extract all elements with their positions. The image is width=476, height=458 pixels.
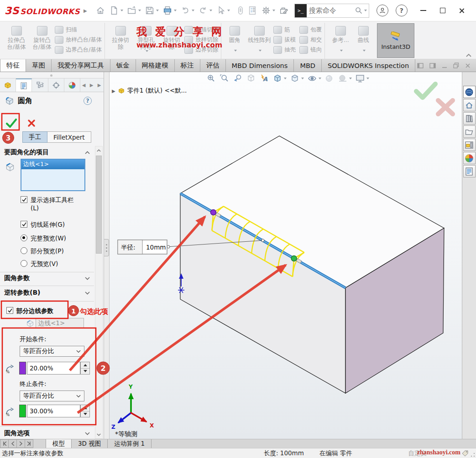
sweep-button[interactable]: 扫描: [55, 26, 102, 34]
tab-scroll-left[interactable]: [8, 439, 17, 448]
start-percent-input[interactable]: [27, 362, 80, 375]
pane-close-icon[interactable]: [465, 63, 471, 68]
scroll-up-icon[interactable]: [95, 146, 102, 154]
tab-markup[interactable]: 标注: [175, 59, 200, 72]
filletxpert-mode-tab[interactable]: FilletXpert: [47, 131, 91, 143]
spinner-down-icon[interactable]: [81, 369, 89, 375]
tab-share-tools[interactable]: 我爱分享网工具: [52, 59, 110, 72]
select-dropdown-caret[interactable]: [227, 10, 230, 11]
model-tab[interactable]: 模型: [46, 439, 72, 448]
home-tab[interactable]: [463, 99, 476, 111]
panel-viewport-splitter[interactable]: [104, 72, 110, 439]
pane-minimize-icon[interactable]: [442, 63, 447, 68]
zoom-fit-button[interactable]: [206, 73, 216, 83]
file-explorer-tab[interactable]: [463, 125, 476, 138]
boundary-cut-button[interactable]: 边界切除: [184, 46, 218, 54]
property-tab-builder-button[interactable]: [246, 5, 258, 16]
print-button[interactable]: [162, 5, 178, 16]
tab-property-manager[interactable]: [16, 78, 32, 92]
end-percent-marker[interactable]: [291, 255, 297, 261]
hide-show-caret[interactable]: [319, 78, 321, 79]
dock-right-icon[interactable]: [429, 63, 436, 68]
resize-grip[interactable]: [471, 453, 475, 457]
tree-expand-icon[interactable]: ▶: [112, 88, 115, 94]
spinner-down-icon[interactable]: [81, 411, 89, 417]
spinner-up-icon[interactable]: [81, 362, 89, 369]
print-dropdown-caret[interactable]: [174, 10, 177, 11]
section-view-button[interactable]: [246, 73, 256, 83]
home-button[interactable]: [94, 5, 106, 16]
close-button[interactable]: [452, 1, 471, 20]
graphics-viewport[interactable]: A ▶ 零件1 (默认) <<默...: [110, 72, 462, 439]
pm-tabs-scroll-right[interactable]: ▶: [88, 83, 95, 88]
mirror-button[interactable]: 镜向: [299, 46, 322, 54]
extrude-cut-button[interactable]: 拉伸切 除: [108, 23, 133, 50]
pm-tabs-overflow[interactable]: ▶: [96, 83, 103, 88]
custom-properties-tab[interactable]: [463, 165, 476, 177]
linear-pattern-caret[interactable]: [259, 50, 262, 52]
save-button[interactable]: [144, 5, 160, 16]
intersect-button[interactable]: 相交: [299, 36, 322, 44]
redo-dropdown-caret[interactable]: [209, 10, 212, 11]
checkbox-checked-icon[interactable]: [6, 307, 13, 314]
radio-icon[interactable]: [21, 260, 27, 267]
view-orientation-caret[interactable]: [284, 78, 287, 79]
edit-appearance-button[interactable]: [324, 73, 335, 83]
panel-width-splitter[interactable]: [0, 72, 104, 78]
radius-value[interactable]: 10mm: [146, 244, 166, 251]
fillet-button[interactable]: 圆角: [224, 23, 245, 52]
apply-scene-caret[interactable]: [349, 78, 352, 79]
display-style-caret[interactable]: [301, 78, 304, 79]
tab-features[interactable]: 特征: [0, 59, 26, 72]
checkbox-checked-icon[interactable]: [21, 221, 27, 228]
tab-sheet-metal[interactable]: 钣金: [110, 59, 136, 72]
fillet-caret[interactable]: [234, 50, 237, 52]
help-icon[interactable]: ?: [84, 97, 92, 105]
maximize-button[interactable]: [433, 1, 452, 20]
pane-restore-icon[interactable]: [453, 62, 459, 68]
tab-mbd-dimensions[interactable]: MBD Dimensions: [226, 59, 294, 72]
view-orientation-button[interactable]: [272, 73, 287, 83]
help-button[interactable]: ?: [396, 5, 408, 16]
end-percent-input[interactable]: [27, 405, 80, 417]
cancel-button[interactable]: [27, 119, 36, 127]
reference-caret[interactable]: [340, 50, 343, 52]
tab-evaluate[interactable]: 评估: [200, 59, 226, 72]
logo-flyout-arrow[interactable]: ▶: [84, 8, 87, 13]
design-library-tab[interactable]: [463, 112, 476, 125]
tab-feature-tree[interactable]: [0, 78, 16, 92]
shell-button[interactable]: 抽壳: [273, 46, 296, 54]
select-button[interactable]: [215, 5, 231, 16]
appearances-tab[interactable]: [463, 152, 476, 164]
linear-pattern-button[interactable]: 线性阵列: [245, 23, 273, 52]
view-settings-caret[interactable]: [366, 78, 369, 79]
rib-button[interactable]: 筋: [273, 26, 296, 34]
extrude-boss-button[interactable]: 拉伸凸 台/基体: [4, 23, 29, 50]
resources-tab[interactable]: [463, 86, 476, 98]
scrollbar-thumb[interactable]: [96, 156, 102, 254]
confirm-ok-icon[interactable]: [416, 84, 435, 98]
start-condition-dropdown[interactable]: 等距百分比: [20, 346, 84, 357]
new-dropdown-caret[interactable]: [120, 10, 123, 11]
options-dropdown-caret[interactable]: [272, 10, 275, 11]
end-percent-spinner[interactable]: [80, 405, 90, 417]
apply-scene-button[interactable]: [338, 73, 352, 83]
ok-button[interactable]: [5, 118, 17, 128]
pm-tabs-scroll-left[interactable]: ◀: [80, 83, 87, 88]
reference-geometry-button[interactable]: 参考...: [328, 23, 353, 52]
curves-button[interactable]: 曲线: [353, 23, 373, 52]
model-box[interactable]: [180, 136, 444, 393]
tab-configurations[interactable]: [32, 78, 48, 92]
feature-tree-flyout[interactable]: ▶ 零件1 (默认) <<默...: [112, 87, 187, 95]
search-input[interactable]: [307, 6, 355, 15]
new-document-button[interactable]: [108, 5, 124, 16]
open-dropdown-caret[interactable]: [138, 10, 141, 11]
save-dropdown-caret[interactable]: [156, 10, 159, 11]
search-dropdown-caret[interactable]: [364, 10, 367, 11]
boundary-button[interactable]: 边界凸台/基体: [55, 46, 102, 54]
curves-caret[interactable]: [363, 50, 366, 52]
dock-left-icon[interactable]: [417, 63, 424, 68]
tab-dimxpert[interactable]: [48, 78, 64, 92]
expand-chevron-icon[interactable]: [85, 432, 90, 435]
tab-display-manager[interactable]: [64, 78, 80, 92]
